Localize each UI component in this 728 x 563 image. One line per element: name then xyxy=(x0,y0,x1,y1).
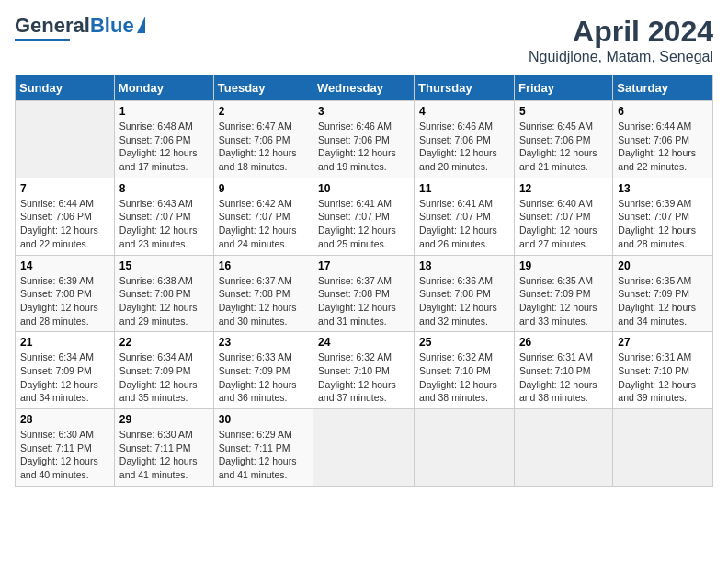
calendar-cell: 30Sunrise: 6:29 AMSunset: 7:11 PMDayligh… xyxy=(213,409,313,487)
day-info: Sunrise: 6:41 AMSunset: 7:07 PMDaylight:… xyxy=(318,197,409,251)
logo-text: GeneralBlue xyxy=(15,15,134,37)
logo-arrow-icon xyxy=(137,17,145,33)
day-number: 4 xyxy=(419,105,509,118)
calendar-cell: 23Sunrise: 6:33 AMSunset: 7:09 PMDayligh… xyxy=(213,332,313,409)
day-info: Sunrise: 6:44 AMSunset: 7:06 PMDaylight:… xyxy=(20,197,109,251)
day-info: Sunrise: 6:37 AMSunset: 7:08 PMDaylight:… xyxy=(318,274,409,328)
calendar-cell: 14Sunrise: 6:39 AMSunset: 7:08 PMDayligh… xyxy=(16,255,115,332)
title-block: April 2024 Nguidjlone, Matam, Senegal xyxy=(529,15,713,65)
calendar-cell: 13Sunrise: 6:39 AMSunset: 7:07 PMDayligh… xyxy=(613,178,713,255)
day-info: Sunrise: 6:29 AMSunset: 7:11 PMDaylight:… xyxy=(219,428,308,482)
calendar-cell: 22Sunrise: 6:34 AMSunset: 7:09 PMDayligh… xyxy=(114,332,213,409)
weekday-monday: Monday xyxy=(114,75,213,101)
day-number: 11 xyxy=(419,182,509,195)
calendar-week-4: 21Sunrise: 6:34 AMSunset: 7:09 PMDayligh… xyxy=(16,332,713,409)
day-info: Sunrise: 6:46 AMSunset: 7:06 PMDaylight:… xyxy=(318,120,409,174)
calendar-cell: 18Sunrise: 6:36 AMSunset: 7:08 PMDayligh… xyxy=(415,255,515,332)
calendar-cell: 29Sunrise: 6:30 AMSunset: 7:11 PMDayligh… xyxy=(114,409,213,487)
day-info: Sunrise: 6:33 AMSunset: 7:09 PMDaylight:… xyxy=(219,350,308,405)
calendar-cell: 25Sunrise: 6:32 AMSunset: 7:10 PMDayligh… xyxy=(415,332,515,409)
day-info: Sunrise: 6:31 AMSunset: 7:10 PMDaylight:… xyxy=(618,350,708,405)
calendar-cell xyxy=(415,409,515,487)
calendar-cell: 15Sunrise: 6:38 AMSunset: 7:08 PMDayligh… xyxy=(114,255,213,332)
page-title: April 2024 xyxy=(529,15,713,49)
day-info: Sunrise: 6:35 AMSunset: 7:09 PMDaylight:… xyxy=(618,274,708,328)
calendar-week-3: 14Sunrise: 6:39 AMSunset: 7:08 PMDayligh… xyxy=(16,255,713,332)
day-number: 20 xyxy=(618,259,708,272)
calendar-cell: 19Sunrise: 6:35 AMSunset: 7:09 PMDayligh… xyxy=(514,255,612,332)
day-number: 28 xyxy=(20,413,109,426)
calendar-week-2: 7Sunrise: 6:44 AMSunset: 7:06 PMDaylight… xyxy=(16,178,713,255)
day-info: Sunrise: 6:32 AMSunset: 7:10 PMDaylight:… xyxy=(419,350,509,405)
calendar-week-5: 28Sunrise: 6:30 AMSunset: 7:11 PMDayligh… xyxy=(16,409,713,487)
weekday-tuesday: Tuesday xyxy=(213,75,313,101)
calendar-cell: 11Sunrise: 6:41 AMSunset: 7:07 PMDayligh… xyxy=(415,178,515,255)
day-number: 5 xyxy=(519,105,608,118)
calendar-cell: 9Sunrise: 6:42 AMSunset: 7:07 PMDaylight… xyxy=(213,178,313,255)
calendar-table: SundayMondayTuesdayWednesdayThursdayFrid… xyxy=(15,75,713,487)
calendar-cell: 16Sunrise: 6:37 AMSunset: 7:08 PMDayligh… xyxy=(213,255,313,332)
calendar-cell: 7Sunrise: 6:44 AMSunset: 7:06 PMDaylight… xyxy=(16,178,115,255)
day-number: 29 xyxy=(119,413,209,426)
logo-blue: Blue xyxy=(90,14,134,37)
logo-general: General xyxy=(15,14,90,37)
day-info: Sunrise: 6:45 AMSunset: 7:06 PMDaylight:… xyxy=(519,120,608,174)
calendar-cell: 3Sunrise: 6:46 AMSunset: 7:06 PMDaylight… xyxy=(313,101,415,178)
calendar-cell: 1Sunrise: 6:48 AMSunset: 7:06 PMDaylight… xyxy=(114,101,213,178)
day-info: Sunrise: 6:35 AMSunset: 7:09 PMDaylight:… xyxy=(519,274,608,328)
day-info: Sunrise: 6:36 AMSunset: 7:08 PMDaylight:… xyxy=(419,274,509,328)
day-number: 15 xyxy=(119,259,209,272)
day-number: 18 xyxy=(419,259,509,272)
day-info: Sunrise: 6:31 AMSunset: 7:10 PMDaylight:… xyxy=(519,350,608,405)
day-number: 8 xyxy=(119,182,209,195)
day-number: 22 xyxy=(119,336,209,349)
page-header: GeneralBlue April 2024 Nguidjlone, Matam… xyxy=(15,15,713,65)
day-number: 21 xyxy=(20,336,109,349)
calendar-cell: 26Sunrise: 6:31 AMSunset: 7:10 PMDayligh… xyxy=(514,332,612,409)
calendar-cell: 10Sunrise: 6:41 AMSunset: 7:07 PMDayligh… xyxy=(313,178,415,255)
day-number: 17 xyxy=(318,259,409,272)
calendar-cell xyxy=(613,409,713,487)
weekday-saturday: Saturday xyxy=(613,75,713,101)
calendar-cell: 8Sunrise: 6:43 AMSunset: 7:07 PMDaylight… xyxy=(114,178,213,255)
calendar-cell: 28Sunrise: 6:30 AMSunset: 7:11 PMDayligh… xyxy=(16,409,115,487)
calendar-week-1: 1Sunrise: 6:48 AMSunset: 7:06 PMDaylight… xyxy=(16,101,713,178)
day-number: 16 xyxy=(219,259,308,272)
calendar-cell xyxy=(514,409,612,487)
day-info: Sunrise: 6:34 AMSunset: 7:09 PMDaylight:… xyxy=(20,350,109,405)
page-subtitle: Nguidjlone, Matam, Senegal xyxy=(529,49,713,65)
day-number: 27 xyxy=(618,336,708,349)
day-number: 12 xyxy=(519,182,608,195)
weekday-wednesday: Wednesday xyxy=(313,75,415,101)
day-info: Sunrise: 6:30 AMSunset: 7:11 PMDaylight:… xyxy=(20,428,109,482)
calendar-cell: 24Sunrise: 6:32 AMSunset: 7:10 PMDayligh… xyxy=(313,332,415,409)
day-info: Sunrise: 6:30 AMSunset: 7:11 PMDaylight:… xyxy=(119,428,209,482)
day-number: 23 xyxy=(219,336,308,349)
logo: GeneralBlue xyxy=(15,15,145,41)
day-number: 24 xyxy=(318,336,409,349)
day-info: Sunrise: 6:39 AMSunset: 7:08 PMDaylight:… xyxy=(20,274,109,328)
calendar-cell: 4Sunrise: 6:46 AMSunset: 7:06 PMDaylight… xyxy=(415,101,515,178)
day-info: Sunrise: 6:37 AMSunset: 7:08 PMDaylight:… xyxy=(219,274,308,328)
weekday-sunday: Sunday xyxy=(16,75,115,101)
day-number: 3 xyxy=(318,105,409,118)
day-number: 13 xyxy=(618,182,708,195)
day-number: 7 xyxy=(20,182,109,195)
day-info: Sunrise: 6:40 AMSunset: 7:07 PMDaylight:… xyxy=(519,197,608,251)
weekday-thursday: Thursday xyxy=(415,75,515,101)
calendar-cell xyxy=(16,101,115,178)
day-number: 9 xyxy=(219,182,308,195)
calendar-cell: 2Sunrise: 6:47 AMSunset: 7:06 PMDaylight… xyxy=(213,101,313,178)
calendar-body: 1Sunrise: 6:48 AMSunset: 7:06 PMDaylight… xyxy=(16,101,713,487)
day-info: Sunrise: 6:41 AMSunset: 7:07 PMDaylight:… xyxy=(419,197,509,251)
calendar-cell: 6Sunrise: 6:44 AMSunset: 7:06 PMDaylight… xyxy=(613,101,713,178)
day-info: Sunrise: 6:42 AMSunset: 7:07 PMDaylight:… xyxy=(219,197,308,251)
day-number: 30 xyxy=(219,413,308,426)
day-info: Sunrise: 6:32 AMSunset: 7:10 PMDaylight:… xyxy=(318,350,409,405)
day-number: 25 xyxy=(419,336,509,349)
day-info: Sunrise: 6:47 AMSunset: 7:06 PMDaylight:… xyxy=(219,120,308,174)
day-info: Sunrise: 6:48 AMSunset: 7:06 PMDaylight:… xyxy=(119,120,209,174)
logo-underline xyxy=(15,39,70,41)
calendar-cell: 5Sunrise: 6:45 AMSunset: 7:06 PMDaylight… xyxy=(514,101,612,178)
day-info: Sunrise: 6:39 AMSunset: 7:07 PMDaylight:… xyxy=(618,197,708,251)
